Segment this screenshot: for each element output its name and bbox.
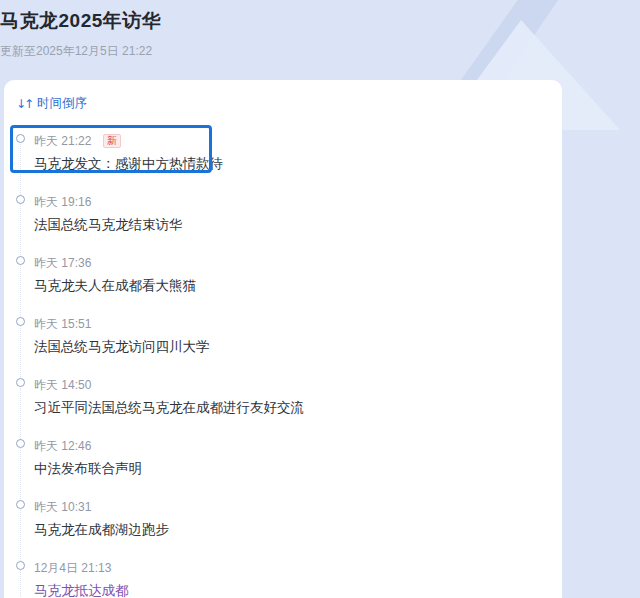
- timeline-item: 昨天 15:51 法国总统马克龙访问四川大学: [16, 307, 544, 368]
- timeline-dot-icon: [16, 256, 25, 265]
- item-title[interactable]: 习近平同法国总统马克龙在成都进行友好交流: [34, 399, 514, 416]
- item-time: 昨天 19:16: [34, 194, 91, 210]
- new-badge: 新: [103, 134, 121, 148]
- item-title[interactable]: 法国总统马克龙结束访华: [34, 216, 514, 233]
- item-title[interactable]: 中法发布联合声明: [34, 460, 514, 477]
- timeline-dot-icon: [16, 561, 25, 570]
- item-title[interactable]: 马克龙抵达成都: [34, 582, 514, 598]
- timeline-card: ↓↑ 时间倒序 昨天 21:22 新 马克龙发文：感谢中方热情款待 昨天 19:…: [4, 80, 562, 598]
- timeline-item: 昨天 12:46 中法发布联合声明: [16, 429, 544, 490]
- updated-timestamp: 更新至2025年12月5日 21:22: [0, 43, 560, 60]
- item-title[interactable]: 法国总统马克龙访问四川大学: [34, 338, 514, 355]
- item-time: 昨天 12:46: [34, 438, 91, 454]
- timeline-item: 12月4日 21:13 马克龙抵达成都: [16, 551, 544, 598]
- timeline-dot-icon: [16, 500, 25, 509]
- sort-order-label: 时间倒序: [37, 95, 87, 112]
- timeline-dot-icon: [16, 134, 25, 143]
- page-title: 马克龙2025年访华: [0, 8, 560, 34]
- item-time: 昨天 14:50: [34, 377, 91, 393]
- timeline-item: 昨天 19:16 法国总统马克龙结束访华: [16, 185, 544, 246]
- timeline-item: 昨天 10:31 马克龙在成都湖边跑步: [16, 490, 544, 551]
- page-header: 马克龙2025年访华 更新至2025年12月5日 21:22: [0, 8, 560, 60]
- timeline-item: 昨天 17:36 马克龙夫人在成都看大熊猫: [16, 246, 544, 307]
- item-title[interactable]: 马克龙发文：感谢中方热情款待: [34, 155, 514, 172]
- timeline-list: 昨天 21:22 新 马克龙发文：感谢中方热情款待 昨天 19:16 法国总统马…: [16, 124, 544, 598]
- timeline-dot-icon: [16, 439, 25, 448]
- timeline-item: 昨天 14:50 习近平同法国总统马克龙在成都进行友好交流: [16, 368, 544, 429]
- timeline-dot-icon: [16, 195, 25, 204]
- item-title[interactable]: 马克龙在成都湖边跑步: [34, 521, 514, 538]
- sort-arrows-icon: ↓↑: [16, 97, 32, 111]
- item-title[interactable]: 马克龙夫人在成都看大熊猫: [34, 277, 514, 294]
- timeline-dot-icon: [16, 378, 25, 387]
- item-time: 昨天 15:51: [34, 316, 91, 332]
- item-time: 昨天 21:22: [34, 133, 91, 149]
- item-time: 12月4日 21:13: [34, 560, 111, 576]
- sort-order-button[interactable]: ↓↑ 时间倒序: [16, 95, 106, 112]
- timeline-item: 昨天 21:22 新 马克龙发文：感谢中方热情款待: [16, 124, 544, 185]
- item-time: 昨天 17:36: [34, 255, 91, 271]
- timeline-dot-icon: [16, 317, 25, 326]
- item-time: 昨天 10:31: [34, 499, 91, 515]
